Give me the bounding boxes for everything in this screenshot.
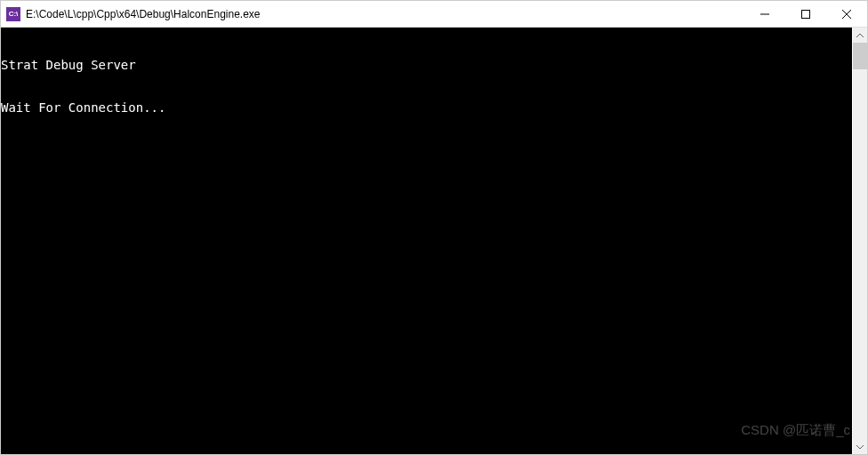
minimize-icon [760, 10, 769, 19]
chevron-down-icon [856, 443, 864, 451]
maximize-icon [801, 10, 810, 19]
scroll-track[interactable] [853, 43, 867, 439]
app-icon: C:\ [6, 7, 20, 21]
window-controls [744, 1, 867, 27]
application-window: C:\ E:\Code\L\cpp\Cpp\x64\Debug\HalconEn… [0, 0, 868, 455]
titlebar[interactable]: C:\ E:\Code\L\cpp\Cpp\x64\Debug\HalconEn… [1, 1, 867, 28]
scroll-thumb[interactable] [853, 43, 867, 69]
vertical-scrollbar[interactable] [852, 28, 867, 454]
chevron-up-icon [856, 32, 864, 39]
maximize-button[interactable] [785, 1, 826, 27]
console-output[interactable]: Strat Debug Server Wait For Connection..… [1, 28, 852, 454]
console-line: Strat Debug Server [1, 58, 852, 72]
close-button[interactable] [826, 1, 867, 27]
close-icon [842, 10, 851, 19]
scroll-down-button[interactable] [853, 439, 867, 454]
app-icon-label: C:\ [9, 10, 19, 18]
console-area: Strat Debug Server Wait For Connection..… [1, 28, 867, 454]
console-line: Wait For Connection... [1, 100, 852, 115]
minimize-button[interactable] [744, 1, 785, 27]
window-title: E:\Code\L\cpp\Cpp\x64\Debug\HalconEngine… [26, 8, 744, 20]
scroll-up-button[interactable] [853, 28, 867, 43]
svg-rect-1 [802, 10, 810, 18]
